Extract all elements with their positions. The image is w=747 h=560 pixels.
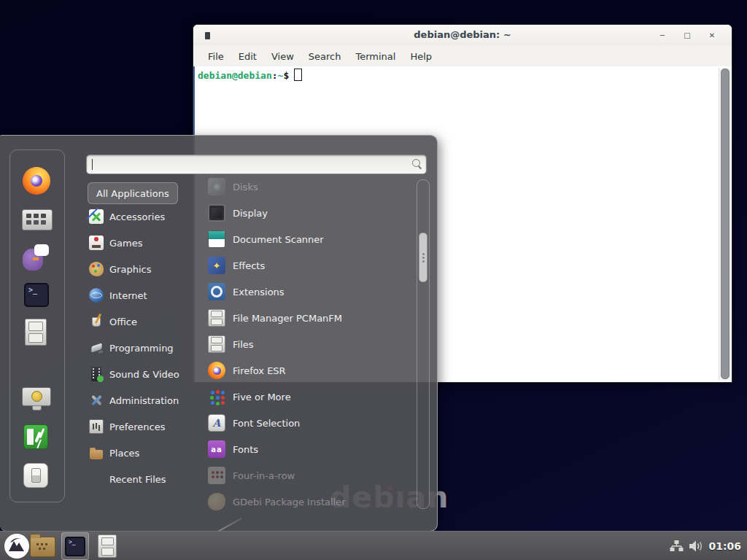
system-tray: 01:06 — [670, 532, 744, 560]
menu-view[interactable]: View — [264, 51, 301, 62]
administration-icon — [89, 393, 104, 408]
app-files[interactable]: Files — [208, 332, 414, 356]
keyboard-icon — [22, 209, 53, 230]
app-firefox-esr[interactable]: Firefox ESR — [208, 359, 414, 382]
menu-edit[interactable]: Edit — [231, 51, 264, 62]
favorite-terminal[interactable] — [24, 283, 49, 307]
games-icon — [89, 236, 104, 250]
graphics-icon — [89, 262, 104, 276]
maximize-button[interactable]: □ — [678, 28, 697, 42]
firefox-icon — [208, 362, 225, 379]
logout-icon — [23, 424, 48, 449]
terminal-cursor — [294, 69, 302, 81]
accessories-icon — [89, 209, 104, 224]
font-selection-icon — [208, 414, 225, 432]
internet-icon — [89, 288, 104, 303]
menu-help[interactable]: Help — [403, 51, 439, 62]
favorite-firefox[interactable] — [23, 167, 50, 195]
pidgin-icon — [23, 244, 49, 271]
menu-file[interactable]: File — [201, 51, 231, 62]
category-preferences[interactable]: Preferences — [89, 417, 204, 436]
five-or-more-icon — [208, 388, 225, 405]
app-four-in-a-row[interactable]: Four-in-a-row — [208, 464, 414, 487]
favorite-input-devices[interactable] — [22, 209, 53, 230]
app-extensions[interactable]: Extensions — [208, 280, 414, 303]
desktop: debıan debian@debian: ~ − □ ✕ File Edit … — [0, 0, 747, 560]
shutdown-icon — [23, 463, 48, 488]
programming-icon — [89, 341, 104, 355]
app-file-manager-pcmanfm[interactable]: File Manager PCManFM — [208, 306, 414, 330]
favorite-file-manager[interactable] — [25, 319, 47, 346]
category-office[interactable]: Office — [89, 312, 204, 331]
four-in-a-row-icon — [208, 467, 225, 484]
network-icon[interactable] — [670, 540, 684, 553]
terminal-icon — [65, 537, 85, 556]
terminal-menubar: File Edit View Search Terminal Help — [193, 46, 732, 67]
terminal-prompt: debian@debian:~$ — [198, 69, 302, 81]
category-administration[interactable]: Administration — [89, 391, 204, 410]
app-font-selection[interactable]: Font Selection — [208, 411, 414, 435]
preferences-icon — [89, 419, 104, 434]
menu-scrollbar-thumb[interactable] — [419, 233, 427, 282]
gdebi-icon — [208, 493, 225, 510]
close-button[interactable]: ✕ — [703, 28, 721, 42]
category-accessories[interactable]: Accessories — [89, 207, 204, 226]
file-cabinet-icon — [25, 319, 47, 346]
taskbar-clock[interactable]: 01:06 — [708, 540, 744, 552]
terminal-scrollbar-thumb[interactable] — [721, 69, 729, 379]
category-internet[interactable]: Internet — [89, 286, 204, 305]
app-effects[interactable]: Effects — [208, 254, 414, 277]
window-title: debian@debian: ~ — [193, 29, 732, 40]
menu-scrollbar[interactable] — [417, 179, 430, 509]
app-gdebi-package-installer[interactable]: GDebi Package Installer — [208, 490, 414, 513]
category-places[interactable]: Places — [89, 443, 204, 462]
app-display[interactable]: Display — [208, 201, 414, 225]
menu-logo-icon — [4, 533, 30, 559]
application-list: Disks Display Document Scanner Effects E… — [208, 136, 417, 531]
terminal-scrollbar[interactable] — [719, 68, 730, 381]
office-icon — [92, 317, 101, 327]
app-document-scanner[interactable]: Document Scanner — [208, 228, 414, 251]
sound-video-icon — [91, 367, 101, 381]
favorite-lock-screen[interactable] — [22, 387, 51, 411]
category-recent-files[interactable]: Recent Files — [89, 470, 204, 489]
category-graphics[interactable]: Graphics — [89, 260, 204, 279]
extensions-icon — [208, 283, 225, 300]
filter-all-applications[interactable]: All Applications — [88, 182, 178, 204]
menu-button[interactable] — [4, 533, 30, 559]
terminal-window-button[interactable] — [61, 532, 89, 560]
app-disks[interactable]: Disks — [208, 175, 414, 198]
menu-terminal[interactable]: Terminal — [348, 51, 403, 62]
firefox-icon — [23, 167, 50, 195]
display-icon — [208, 204, 225, 222]
app-fonts[interactable]: Fonts — [208, 438, 414, 461]
disks-icon — [208, 178, 225, 195]
file-cabinet-icon — [208, 335, 225, 353]
app-five-or-more[interactable]: Five or More — [208, 385, 414, 408]
application-menu: All Applications Accessories Games Graph… — [0, 135, 438, 532]
document-scanner-icon — [208, 230, 225, 248]
favorite-shutdown[interactable] — [23, 463, 48, 488]
file-manager-launcher[interactable] — [98, 534, 117, 558]
prompt-user-host: debian@debian — [198, 70, 272, 81]
file-cabinet-icon — [208, 309, 225, 327]
taskbar: 01:06 — [0, 531, 747, 560]
menu-search[interactable]: Search — [301, 51, 349, 62]
lock-screen-icon — [22, 387, 51, 411]
category-programming[interactable]: Programming — [89, 338, 204, 357]
places-icon — [90, 450, 103, 459]
favorite-pidgin[interactable] — [23, 244, 49, 271]
folder-launcher[interactable] — [30, 537, 55, 557]
minimize-button[interactable]: − — [653, 28, 672, 42]
category-games[interactable]: Games — [89, 233, 204, 252]
terminal-icon — [24, 283, 49, 307]
terminal-titlebar[interactable]: debian@debian: ~ − □ ✕ — [193, 25, 732, 47]
effects-icon — [208, 257, 225, 274]
search-caret — [92, 159, 93, 170]
volume-icon[interactable] — [689, 540, 703, 553]
category-sound-video[interactable]: Sound & Video — [89, 365, 204, 384]
fonts-icon — [208, 440, 225, 458]
favorite-logout[interactable] — [23, 424, 48, 449]
